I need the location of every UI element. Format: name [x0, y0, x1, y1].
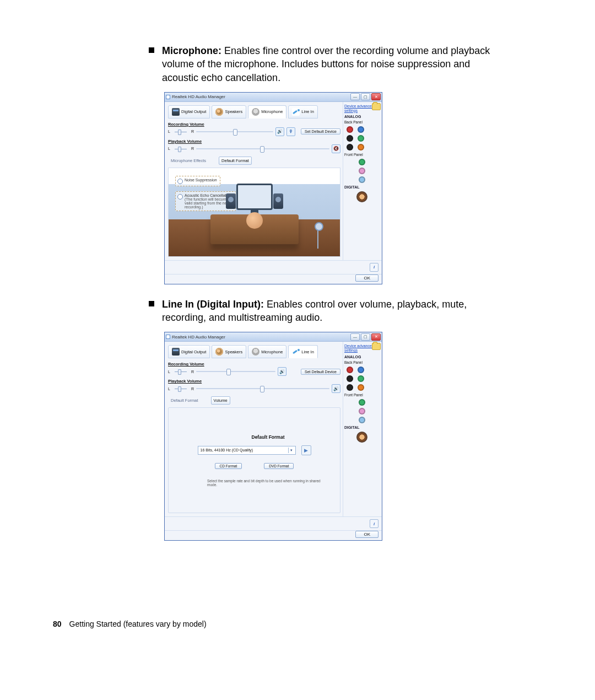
- side-panel: Device advanced settings ANALOG Back Pan…: [343, 102, 382, 260]
- front-port-pink[interactable]: [359, 168, 365, 174]
- balance-l: L: [168, 130, 170, 133]
- playback-mute-button[interactable]: 🔇: [332, 144, 340, 153]
- digital-coax-port[interactable]: [356, 191, 367, 202]
- tab-label: Line In: [301, 349, 314, 354]
- option-label: Acoustic Echo Cancellation (The function…: [185, 193, 232, 209]
- front-panel-label: Front Panel: [344, 153, 380, 157]
- tab-microphone[interactable]: Microphone: [248, 105, 286, 119]
- folder-icon[interactable]: [372, 103, 381, 110]
- port-green[interactable]: [358, 375, 364, 382]
- tab-line-in[interactable]: Line In: [288, 345, 318, 358]
- port-orange[interactable]: [358, 384, 364, 391]
- info-button[interactable]: i: [370, 519, 378, 528]
- close-button[interactable]: ✕: [371, 333, 381, 341]
- page-footer: 80Getting Started (features vary by mode…: [0, 620, 595, 628]
- playback-volume-slider[interactable]: [196, 147, 329, 151]
- app-icon: [166, 335, 170, 339]
- line-in-icon: [292, 348, 300, 356]
- playback-volume-slider[interactable]: [196, 386, 329, 391]
- set-default-device-button[interactable]: Set Default Device: [301, 369, 340, 375]
- default-format-pane: Default Format 16 Bits, 44100 Hz (CD Qua…: [168, 407, 340, 513]
- radio-icon[interactable]: [177, 179, 183, 184]
- chevron-down-icon: ▾: [288, 448, 294, 453]
- port-orange[interactable]: [358, 144, 364, 150]
- side-panel: Device advanced settings ANALOG Back Pan…: [343, 342, 382, 516]
- front-port-blue[interactable]: [359, 417, 365, 423]
- microphone-icon: [252, 348, 259, 356]
- close-button[interactable]: ✕: [371, 93, 381, 100]
- window-titlebar[interactable]: Realtek HD Audio Manager — ▢ ✕: [165, 332, 382, 342]
- balance-l: L: [168, 387, 170, 391]
- tab-line-in[interactable]: Line In: [288, 105, 318, 119]
- format-help-text: Select the sample rate and bit depth to …: [207, 479, 328, 487]
- minimize-button[interactable]: —: [350, 93, 360, 100]
- info-button[interactable]: i: [370, 263, 378, 272]
- recording-volume-label: Recording Volume: [168, 122, 340, 127]
- bullet-marker: [149, 301, 154, 306]
- digital-coax-port[interactable]: [356, 432, 367, 443]
- device-tabs: Digital Output Speakers Microphone Line …: [168, 345, 340, 358]
- bullet-text: Microphone: Enables fine control over th…: [162, 44, 507, 84]
- cd-format-button[interactable]: CD Format: [215, 463, 242, 469]
- front-panel-label: Front Panel: [344, 393, 380, 397]
- recording-boost-button[interactable]: 🎙: [286, 127, 295, 136]
- bullet-text: Line In (Digital Input): Enables control…: [162, 298, 507, 325]
- subtab-microphone-effects[interactable]: Microphone Effects: [168, 157, 209, 165]
- minimize-button[interactable]: —: [350, 333, 360, 341]
- front-port-green[interactable]: [359, 399, 365, 406]
- tab-label: Speakers: [225, 109, 242, 114]
- tab-digital-output[interactable]: Digital Output: [168, 105, 210, 119]
- tab-label: Microphone: [261, 349, 283, 354]
- microphone-icon: [252, 108, 259, 116]
- bullet-microphone: Microphone: Enables fine control over th…: [149, 44, 507, 84]
- digital-heading: DIGITAL: [344, 426, 380, 429]
- folder-icon[interactable]: [372, 343, 381, 350]
- window-titlebar[interactable]: Realtek HD Audio Manager — ▢ ✕: [165, 93, 382, 102]
- ok-button[interactable]: OK: [355, 274, 378, 282]
- port-grey[interactable]: [347, 384, 353, 391]
- port-red[interactable]: [347, 126, 353, 133]
- subtab-default-format[interactable]: Default Format: [168, 396, 201, 405]
- front-port-pink[interactable]: [359, 408, 365, 414]
- radio-icon[interactable]: [177, 194, 183, 200]
- playback-balance[interactable]: [172, 386, 189, 391]
- sample-format-dropdown[interactable]: 16 Bits, 44100 Hz (CD Quality) ▾: [198, 446, 296, 455]
- recording-mute-button[interactable]: 🔊: [278, 367, 286, 376]
- tab-microphone[interactable]: Microphone: [248, 345, 286, 358]
- maximize-button[interactable]: ▢: [361, 333, 370, 341]
- dvd-format-button[interactable]: DVD Format: [264, 463, 294, 469]
- noise-suppression-option[interactable]: Noise Suppression: [175, 176, 220, 186]
- port-grey[interactable]: [347, 144, 353, 150]
- maximize-button[interactable]: ▢: [361, 93, 370, 100]
- recording-volume-slider[interactable]: [196, 369, 275, 374]
- ok-button[interactable]: OK: [355, 531, 378, 538]
- front-port-blue[interactable]: [359, 176, 365, 183]
- bullet-line-in: Line In (Digital Input): Enables control…: [149, 298, 507, 325]
- port-blue[interactable]: [358, 126, 364, 133]
- speaker-icon: [215, 108, 223, 116]
- port-blue[interactable]: [358, 367, 364, 373]
- subtab-default-format[interactable]: Default Format: [219, 157, 252, 165]
- window-title: Realtek HD Audio Manager: [172, 94, 349, 99]
- playback-volume-label: Playback Volume: [168, 379, 340, 384]
- test-play-button[interactable]: ▶: [301, 445, 311, 455]
- tab-speakers[interactable]: Speakers: [212, 105, 246, 119]
- port-red[interactable]: [347, 367, 353, 373]
- port-green[interactable]: [358, 135, 364, 142]
- recording-volume-label: Recording Volume: [168, 362, 340, 367]
- playback-balance[interactable]: [172, 147, 189, 151]
- tab-speakers[interactable]: Speakers: [212, 345, 246, 358]
- set-default-device-button[interactable]: Set Default Device: [301, 128, 340, 134]
- playback-mute-button[interactable]: 🔊: [332, 384, 340, 393]
- port-black[interactable]: [347, 135, 353, 142]
- microphone-effects-scene: Noise Suppression Acoustic Echo Cancella…: [168, 168, 340, 257]
- recording-balance[interactable]: [172, 369, 189, 374]
- recording-volume-slider[interactable]: [196, 130, 273, 134]
- dropdown-value: 16 Bits, 44100 Hz (CD Quality): [201, 448, 253, 452]
- port-black[interactable]: [347, 375, 353, 382]
- front-port-green[interactable]: [359, 159, 365, 165]
- tab-digital-output[interactable]: Digital Output: [168, 345, 210, 358]
- subtab-volume[interactable]: Volume: [211, 396, 230, 405]
- recording-mute-button[interactable]: 🔊: [275, 127, 284, 136]
- recording-balance[interactable]: [172, 130, 189, 134]
